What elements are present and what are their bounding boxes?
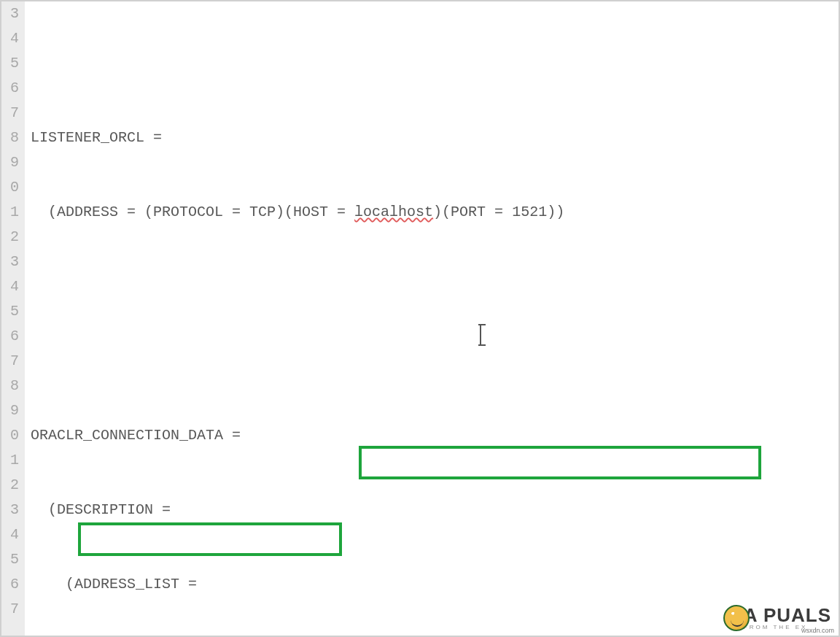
line-number: 5 xyxy=(1,547,19,572)
line-number: 5 xyxy=(1,299,19,324)
line-number: 1 xyxy=(1,200,19,225)
line-number: 6 xyxy=(1,572,19,597)
line-number: 6 xyxy=(1,324,19,349)
spell-squiggle: localhost xyxy=(354,204,433,220)
code-line[interactable]: ORACLR_CONNECTION_DATA = xyxy=(31,423,839,448)
line-number: 1 xyxy=(1,448,19,473)
line-number: 4 xyxy=(1,26,19,51)
line-number: 7 xyxy=(1,349,19,374)
code-line[interactable]: LISTENER_ORCL = xyxy=(31,126,839,150)
line-number: 6 xyxy=(1,76,19,101)
line-number: 4 xyxy=(1,274,19,299)
line-number: 9 xyxy=(1,150,19,175)
line-number: 7 xyxy=(1,597,19,622)
line-number: 5 xyxy=(1,51,19,76)
code-line[interactable]: (ADDRESS_LIST = xyxy=(31,572,839,597)
line-number: 4 xyxy=(1,522,19,547)
line-number-gutter: 3 4 5 6 7 8 9 0 1 2 3 4 5 6 7 8 9 0 1 2 … xyxy=(1,1,25,636)
line-number: 7 xyxy=(1,101,19,126)
line-number: 9 xyxy=(1,398,19,423)
line-number: 0 xyxy=(1,423,19,448)
line-number: 3 xyxy=(1,498,19,522)
code-line[interactable]: (ADDRESS = (PROTOCOL = TCP)(HOST = local… xyxy=(31,200,839,225)
code-line[interactable] xyxy=(31,349,839,374)
line-number: 3 xyxy=(1,1,19,26)
line-number: 8 xyxy=(1,126,19,150)
line-number: 0 xyxy=(1,175,19,200)
site-credit: wsxdn.com xyxy=(801,627,834,634)
code-editor[interactable]: 3 4 5 6 7 8 9 0 1 2 3 4 5 6 7 8 9 0 1 2 … xyxy=(1,1,839,636)
line-number: 2 xyxy=(1,225,19,250)
line-number: 2 xyxy=(1,473,19,498)
code-area[interactable]: LISTENER_ORCL = (ADDRESS = (PROTOCOL = T… xyxy=(25,1,839,636)
code-line[interactable] xyxy=(31,51,839,76)
line-number: 8 xyxy=(1,374,19,398)
code-line[interactable] xyxy=(31,274,839,299)
code-line[interactable]: (DESCRIPTION = xyxy=(31,498,839,522)
line-number: 3 xyxy=(1,250,19,274)
